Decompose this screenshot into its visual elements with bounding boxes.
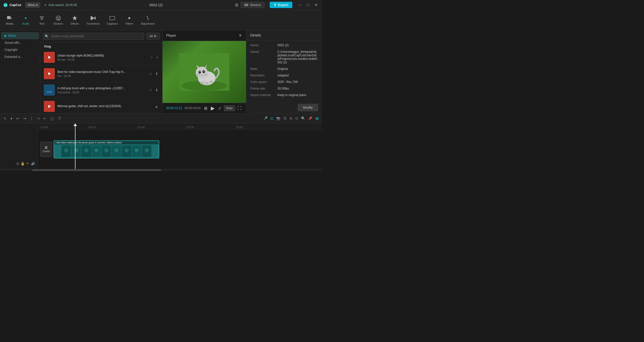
trim-left-button[interactable]: ⊣ [35, 115, 41, 121]
svg-point-26 [200, 71, 200, 72]
redo-button[interactable]: ↪ [22, 115, 28, 121]
list-item[interactable]: Best for video background music Chill Tr… [40, 66, 162, 82]
sidebar-item-copyright[interactable]: Copyright [1, 46, 39, 53]
video-clip[interactable]: Little kitten walking on the green grass… [54, 140, 159, 158]
add-track-button[interactable]: ⊕ [314, 115, 320, 122]
export-button[interactable]: ⬆ Export [270, 2, 292, 8]
toolbar-effects[interactable]: Effects [67, 13, 82, 27]
search-input[interactable] [43, 33, 144, 40]
ruler-mark: | 01:30 [186, 126, 194, 129]
svg-point-6 [59, 17, 60, 18]
scrollbar-thumb[interactable] [32, 169, 161, 171]
toolbar-captions[interactable]: Captions [104, 13, 121, 27]
track-visible-button[interactable]: 👁 [26, 162, 29, 165]
mark-button[interactable]: ⛉ [56, 115, 63, 121]
song-title: Merrow guitar, chill out, winter, emo b(… [57, 104, 152, 108]
ruler-playhead [75, 123, 75, 129]
toolbar-audio[interactable]: Audio [18, 13, 33, 27]
toolbar-transitions[interactable]: Transitions [83, 13, 103, 27]
select-tool-button[interactable]: ↖ [2, 115, 8, 121]
trim-right-button[interactable]: ⊢ [42, 115, 48, 121]
svg-point-45 [104, 148, 108, 152]
grid-view-button[interactable]: ⊞ [203, 105, 208, 111]
cover-button[interactable]: 🖼 Cover [40, 142, 52, 157]
list-item[interactable]: Urban lounge style BGM(1148490) Re-lax ·… [40, 49, 162, 66]
shortcut-button[interactable]: ⌨ Shortcut [241, 2, 264, 8]
frame-rate-value: 30.00fps [277, 87, 289, 90]
camera-button[interactable]: 📷 [275, 115, 281, 121]
svg-point-43 [94, 148, 98, 152]
song-thumbnail [44, 68, 55, 79]
minimize-button[interactable]: ─ [297, 2, 303, 8]
split-audio-button[interactable]: ⊕ [289, 115, 293, 121]
ratio-button[interactable]: Ratio [224, 105, 235, 111]
track-lock-button[interactable]: 🔓 [21, 162, 25, 165]
microphone-button[interactable]: 🎤 [262, 115, 268, 121]
sidebar-item-music[interactable]: ▶ Music [1, 32, 39, 39]
split-button[interactable]: ⌶ [29, 115, 34, 121]
menu-button[interactable]: Menu ▾ [25, 2, 40, 8]
timeline-tracks: 🖼 Cover Little kitten walking on the gre… [38, 130, 322, 169]
toolbar-media[interactable]: Media [2, 13, 17, 27]
music-list: Urban lounge style BGM(1148490) Re-lax ·… [40, 49, 162, 113]
toolbar-adjustment[interactable]: Adjustment [138, 13, 158, 27]
ratio-value: Original [277, 67, 288, 71]
details-body: Name: 0502 (2) Saved: C:/Users/topgus_th… [246, 40, 322, 102]
play-button[interactable]: ▶ [211, 105, 215, 111]
detail-color-space-row: Color space: SDR - Rec.709 [250, 80, 318, 84]
svg-point-24 [198, 71, 201, 74]
cover-icon: 🖼 [45, 146, 48, 149]
download-button[interactable]: ⬇ [155, 71, 159, 76]
select-dropdown-button[interactable]: ▾ [9, 115, 14, 121]
track-expand-button[interactable]: ⊞ [16, 162, 19, 165]
favorite-button[interactable]: ☆ [148, 88, 153, 93]
track-audio-button[interactable]: 🔊 [31, 162, 35, 165]
toolbar-filters[interactable]: Filters [122, 13, 137, 27]
frame-cell [122, 145, 131, 157]
player-title: Player [166, 33, 176, 37]
add-button[interactable]: + [156, 55, 159, 60]
frame-cell [71, 145, 81, 157]
svg-rect-2 [7, 16, 11, 19]
sidebar-item-extracted[interactable]: Extracted a... [1, 53, 39, 60]
frame-rate-label: Frame rate: [250, 87, 275, 90]
chain-button[interactable]: ⛓ [282, 115, 288, 121]
logo-text: CapCut [10, 3, 21, 7]
pin-button[interactable]: 📌 [307, 115, 313, 121]
ruler-mark: | 02:00 [235, 126, 243, 129]
favorite-button[interactable]: ☆ [149, 55, 154, 60]
svg-rect-13 [46, 86, 53, 94]
fullscreen-button[interactable]: ⛶ [236, 105, 243, 111]
modify-button[interactable]: Modify [298, 104, 318, 111]
download-button[interactable]: ⬇ [155, 88, 159, 93]
expand-button[interactable]: ▲ [154, 104, 159, 109]
sidebar-item-sound-effects[interactable]: Sound effe... [1, 39, 39, 46]
toolbar-stickers[interactable]: Stickers [50, 13, 66, 27]
toolbar-text[interactable]: Text [34, 13, 49, 27]
delete-button[interactable]: ▢ [49, 115, 55, 121]
player-menu-button[interactable]: ≡ [238, 33, 242, 38]
video-track: 🖼 Cover Little kitten walking on the gre… [38, 140, 322, 158]
undo-button[interactable]: ↩ [15, 115, 21, 121]
favorite-button[interactable]: ☆ [148, 71, 153, 76]
details-title: Details [246, 30, 322, 40]
timeline-toolbar: ↖ ▾ ↩ ↪ ⌶ ⊣ ⊢ ▢ ⛉ 🎤 ⊟ 📷 ⛓ ⊕ ⊡ 🔍 📌 ⊕ [0, 113, 322, 123]
timeline-scrollbar[interactable] [0, 169, 322, 171]
all-filter-button[interactable]: All ⚙ [146, 33, 160, 40]
fit-screen-button[interactable]: ⤢ [217, 105, 222, 111]
link-button[interactable]: ⊟ [269, 115, 274, 121]
import-value: Keep in original place [277, 93, 306, 97]
color-space-value: SDR - Rec.709 [277, 80, 298, 84]
close-button[interactable]: ✕ [313, 2, 319, 8]
player-controls: 00:00:22:12 00:00:43:03 ⊞ ▶ ⤢ Ratio ⛶ [163, 103, 246, 113]
maximize-button[interactable]: □ [305, 2, 311, 8]
zoom-out-button[interactable]: 🔍 [300, 115, 306, 121]
caption-button[interactable]: ⊡ [294, 115, 299, 121]
video-frame [163, 41, 246, 103]
svg-point-19 [196, 67, 208, 79]
list-item[interactable]: A chill pop truck with a sexy atmosphere… [40, 82, 162, 98]
list-item[interactable]: Merrow guitar, chill out, winter, emo b(… [40, 98, 162, 113]
resolution-label: Resolution: [250, 74, 275, 77]
keyboard-icon: ⌨ [244, 3, 248, 7]
export-icon: ⬆ [274, 3, 276, 7]
